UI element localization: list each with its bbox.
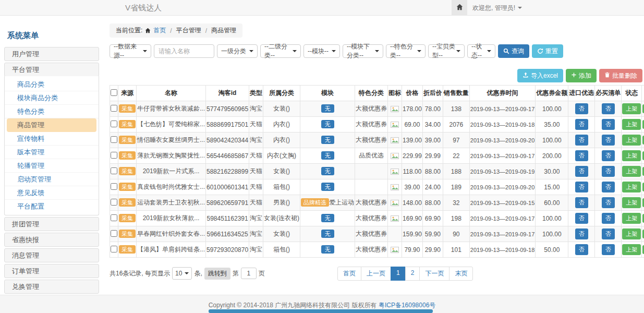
- import-select-toggle[interactable]: 否: [575, 103, 588, 114]
- import-select-toggle[interactable]: 否: [575, 119, 588, 130]
- bottom-scrollbar[interactable]: [209, 309, 433, 313]
- pagination-button[interactable]: 首页: [337, 267, 361, 281]
- pagination-button[interactable]: 下一页: [419, 267, 449, 281]
- row-checkbox[interactable]: [111, 214, 117, 221]
- row-checkbox[interactable]: [111, 246, 117, 252]
- status-toggle[interactable]: 上架: [622, 244, 641, 255]
- pagination-button[interactable]: 1: [391, 267, 406, 281]
- sidebar-item[interactable]: 版本管理: [5, 146, 99, 159]
- add-button[interactable]: 添加: [566, 69, 597, 82]
- row-checkbox[interactable]: [111, 199, 117, 206]
- jump-page-input[interactable]: [241, 268, 257, 279]
- row-checkbox[interactable]: [111, 152, 117, 159]
- table-row: 采集【港风】单肩斜跨链条...597293020870淘宝箱包()无大额优惠券7…: [110, 242, 644, 258]
- status-toggle[interactable]: 上架: [622, 213, 641, 224]
- sidebar-item[interactable]: 轮播管理: [5, 159, 99, 173]
- sidebar-item[interactable]: 商品分类: [5, 78, 99, 91]
- select-all-checkbox[interactable]: [111, 89, 117, 96]
- main-content: 当前位置: 首页/平台管理/商品管理 --数据来源--一级分类--二级分类---…: [110, 23, 642, 281]
- level1-category-select[interactable]: 一级分类: [217, 44, 258, 58]
- reset-button[interactable]: 重置: [532, 44, 563, 58]
- must-buy-toggle[interactable]: 否: [602, 228, 615, 239]
- row-checkbox[interactable]: [111, 136, 117, 143]
- status-toggle[interactable]: 上架: [622, 166, 641, 177]
- row-checkbox[interactable]: [111, 183, 117, 190]
- jump-button[interactable]: 跳转到: [204, 268, 230, 280]
- product-image-thumbnail: [391, 122, 399, 128]
- status-toggle[interactable]: 上架: [622, 228, 641, 239]
- import-select-toggle[interactable]: 否: [575, 135, 588, 146]
- must-buy-toggle[interactable]: 否: [602, 135, 615, 146]
- feature-category-select[interactable]: --特色分类--: [386, 44, 426, 58]
- must-buy-toggle[interactable]: 否: [602, 197, 615, 208]
- status-toggle[interactable]: 上架: [622, 182, 641, 192]
- import-select-toggle[interactable]: 否: [575, 213, 588, 224]
- sidebar-group[interactable]: 拼团管理: [4, 217, 99, 231]
- must-buy-toggle[interactable]: 否: [602, 166, 615, 177]
- module-sub-category-select[interactable]: --模块下分类--: [343, 44, 383, 58]
- module-badge: 无: [321, 214, 334, 222]
- must-buy-toggle[interactable]: 否: [602, 244, 615, 255]
- product-image-thumbnail: [391, 168, 399, 175]
- status-toggle[interactable]: 上架: [622, 119, 641, 130]
- status-select[interactable]: --状态--: [467, 44, 495, 58]
- chevron-down-icon: [332, 50, 336, 52]
- sidebar-item[interactable]: 宣传物料: [5, 132, 99, 146]
- taoke-id: 588869917501: [206, 117, 249, 133]
- sidebar-item[interactable]: 特色分类: [5, 105, 99, 118]
- must-buy-toggle[interactable]: 否: [602, 182, 615, 192]
- icp-link[interactable]: 粤ICP备16098006号: [379, 302, 435, 309]
- name-input[interactable]: [154, 44, 214, 58]
- data-source-select[interactable]: --数据来源--: [110, 44, 151, 58]
- module-select[interactable]: --模块--: [303, 44, 340, 58]
- sidebar-group[interactable]: 用户管理: [4, 47, 99, 61]
- sidebar-group[interactable]: 兑换管理: [4, 280, 99, 294]
- item-type-select[interactable]: --宝贝类型--: [428, 44, 465, 58]
- must-buy-toggle[interactable]: 否: [602, 119, 615, 130]
- batch-delete-button[interactable]: 批量删除: [599, 69, 642, 82]
- status-toggle[interactable]: 上架: [622, 197, 641, 208]
- sidebar-item[interactable]: 商品管理: [7, 118, 96, 132]
- row-checkbox[interactable]: [111, 121, 117, 127]
- sidebar-item[interactable]: 意见反馈: [5, 186, 99, 200]
- pagination-button[interactable]: 末页: [449, 267, 473, 281]
- must-buy-toggle[interactable]: 否: [602, 213, 615, 224]
- source-badge: 采集: [119, 245, 136, 254]
- import-select-toggle[interactable]: 否: [575, 228, 588, 239]
- must-buy-toggle[interactable]: 否: [602, 150, 615, 161]
- column-header: 淘客id: [206, 86, 249, 101]
- column-header: 名称: [137, 86, 206, 101]
- import-select-toggle[interactable]: 否: [575, 150, 588, 161]
- sidebar-group[interactable]: 订单管理: [4, 264, 99, 278]
- must-buy-toggle[interactable]: 否: [602, 103, 615, 114]
- status-toggle[interactable]: 上架: [622, 135, 641, 146]
- import-select-toggle[interactable]: 否: [575, 197, 588, 208]
- sidebar-group[interactable]: 平台管理: [4, 63, 99, 77]
- breadcrumb-item[interactable]: 首页: [153, 26, 166, 35]
- search-button[interactable]: 查询: [498, 44, 529, 58]
- user-menu[interactable]: 欢迎您, 管理员!: [472, 0, 522, 16]
- pagination-button[interactable]: 上一页: [361, 267, 391, 281]
- module-badge: 无: [321, 245, 334, 254]
- column-header: [110, 86, 118, 101]
- import-excel-button[interactable]: 导入excel: [517, 69, 563, 82]
- row-checkbox[interactable]: [111, 230, 117, 237]
- status-toggle[interactable]: 上架: [622, 103, 641, 114]
- row-checkbox[interactable]: [111, 167, 117, 174]
- import-select-toggle[interactable]: 否: [575, 244, 588, 255]
- sidebar-item[interactable]: 模块商品分类: [5, 91, 99, 105]
- per-page-select[interactable]: 10: [172, 267, 192, 280]
- status-toggle[interactable]: 上架: [622, 150, 641, 161]
- home-button[interactable]: [452, 0, 467, 16]
- level2-category-select[interactable]: --二级分类--: [260, 44, 301, 58]
- chevron-down-icon: [417, 50, 421, 52]
- sidebar-item[interactable]: 平台配置: [5, 200, 99, 213]
- import-select-toggle[interactable]: 否: [575, 182, 588, 192]
- sidebar-group[interactable]: 消息管理: [4, 248, 99, 262]
- sidebar-group[interactable]: 省惠快报: [4, 233, 99, 247]
- import-select-toggle[interactable]: 否: [575, 166, 588, 177]
- pagination-button[interactable]: 2: [405, 267, 420, 281]
- column-header: 操作: [642, 86, 644, 101]
- sidebar-item[interactable]: 启动页管理: [5, 173, 99, 186]
- row-checkbox[interactable]: [111, 105, 117, 112]
